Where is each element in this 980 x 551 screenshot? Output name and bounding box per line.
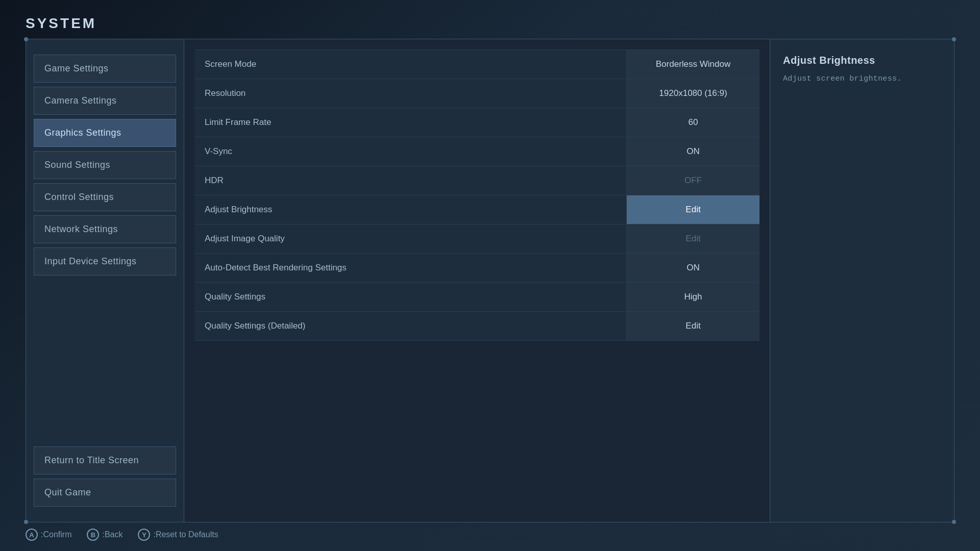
corner-tr bbox=[952, 37, 956, 41]
sidebar-item-graphics-settings[interactable]: Graphics Settings bbox=[34, 119, 176, 147]
hint-icon-b: B bbox=[87, 529, 99, 541]
info-panel-title: Adjust Brightness bbox=[783, 55, 941, 66]
content-area: Game SettingsCamera SettingsGraphics Set… bbox=[26, 39, 954, 522]
settings-label-auto-detect: Auto-Detect Best Rendering Settings bbox=[194, 254, 627, 282]
hint-label-b: :Back bbox=[102, 530, 122, 539]
settings-row-adjust-image-quality[interactable]: Adjust Image QualityEdit bbox=[194, 224, 760, 254]
bottom-hint-a: A:Confirm bbox=[26, 529, 71, 541]
settings-value-v-sync: ON bbox=[627, 137, 760, 166]
sidebar-item-sound-settings[interactable]: Sound Settings bbox=[34, 151, 176, 179]
settings-label-adjust-image-quality: Adjust Image Quality bbox=[194, 224, 627, 253]
settings-value-quality-settings-detailed: Edit bbox=[627, 312, 760, 340]
sidebar-top-items: Game SettingsCamera SettingsGraphics Set… bbox=[34, 55, 176, 442]
sidebar-item-control-settings[interactable]: Control Settings bbox=[34, 183, 176, 211]
settings-value-limit-frame-rate: 60 bbox=[627, 108, 760, 137]
sidebar-item-camera-settings[interactable]: Camera Settings bbox=[34, 87, 176, 115]
settings-value-adjust-brightness: Edit bbox=[627, 195, 760, 224]
sidebar-item-quit-game[interactable]: Quit Game bbox=[34, 479, 176, 507]
settings-value-screen-mode: Borderless Window bbox=[627, 50, 760, 79]
sidebar-item-input-device-settings[interactable]: Input Device Settings bbox=[34, 247, 176, 276]
settings-table: Screen ModeBorderless WindowResolution19… bbox=[194, 49, 760, 341]
corner-br bbox=[952, 520, 956, 524]
settings-label-v-sync: V-Sync bbox=[194, 137, 627, 166]
sidebar-item-return-to-title[interactable]: Return to Title Screen bbox=[34, 446, 176, 474]
settings-label-hdr: HDR bbox=[194, 166, 627, 195]
settings-value-hdr: OFF bbox=[627, 166, 760, 195]
settings-row-limit-frame-rate[interactable]: Limit Frame Rate60 bbox=[194, 108, 760, 137]
settings-row-hdr[interactable]: HDROFF bbox=[194, 166, 760, 195]
settings-row-adjust-brightness[interactable]: Adjust BrightnessEdit bbox=[194, 195, 760, 224]
window-title: SYSTEM bbox=[26, 15, 96, 32]
settings-row-quality-settings[interactable]: Quality SettingsHigh bbox=[194, 283, 760, 312]
hint-icon-a: A bbox=[26, 529, 38, 541]
settings-label-limit-frame-rate: Limit Frame Rate bbox=[194, 108, 627, 137]
settings-row-v-sync[interactable]: V-SyncON bbox=[194, 137, 760, 166]
main-container: SYSTEM Game SettingsCamera SettingsGraph… bbox=[26, 10, 954, 541]
settings-value-auto-detect: ON bbox=[627, 254, 760, 282]
sidebar-bottom-items: Return to Title ScreenQuit Game bbox=[34, 446, 176, 507]
settings-row-auto-detect[interactable]: Auto-Detect Best Rendering SettingsON bbox=[194, 254, 760, 283]
settings-row-screen-mode[interactable]: Screen ModeBorderless Window bbox=[194, 49, 760, 79]
hint-label-y: :Reset to Defaults bbox=[153, 530, 218, 539]
settings-row-quality-settings-detailed[interactable]: Quality Settings (Detailed)Edit bbox=[194, 312, 760, 341]
settings-label-adjust-brightness: Adjust Brightness bbox=[194, 195, 627, 224]
settings-value-resolution: 980x551 (16:9) bbox=[627, 79, 760, 108]
settings-value-quality-settings: High bbox=[627, 283, 760, 311]
bottom-bar: A:ConfirmB:BackY:Reset to Defaults bbox=[26, 522, 954, 541]
sidebar-item-game-settings[interactable]: Game Settings bbox=[34, 55, 176, 83]
sidebar: Game SettingsCamera SettingsGraphics Set… bbox=[26, 39, 184, 522]
right-panel: Adjust Brightness Adjust screen brightne… bbox=[770, 39, 954, 522]
settings-value-adjust-image-quality: Edit bbox=[627, 224, 760, 253]
settings-label-quality-settings: Quality Settings bbox=[194, 283, 627, 311]
corner-tl bbox=[24, 37, 28, 41]
hint-icon-y: Y bbox=[138, 529, 150, 541]
settings-label-screen-mode: Screen Mode bbox=[194, 50, 627, 79]
hint-label-a: :Confirm bbox=[41, 530, 71, 539]
info-panel-description: Adjust screen brightness. bbox=[783, 73, 941, 85]
bottom-hint-y: Y:Reset to Defaults bbox=[138, 529, 218, 541]
bottom-hint-b: B:Back bbox=[87, 529, 122, 541]
corner-bl bbox=[24, 520, 28, 524]
middle-panel: Screen ModeBorderless WindowResolution19… bbox=[184, 39, 770, 522]
settings-row-resolution[interactable]: Resolution1920x1080 (16:9) bbox=[194, 79, 760, 108]
sidebar-item-network-settings[interactable]: Network Settings bbox=[34, 215, 176, 243]
title-bar: SYSTEM bbox=[26, 10, 954, 39]
settings-label-quality-settings-detailed: Quality Settings (Detailed) bbox=[194, 312, 627, 340]
settings-label-resolution: Resolution bbox=[194, 79, 627, 108]
